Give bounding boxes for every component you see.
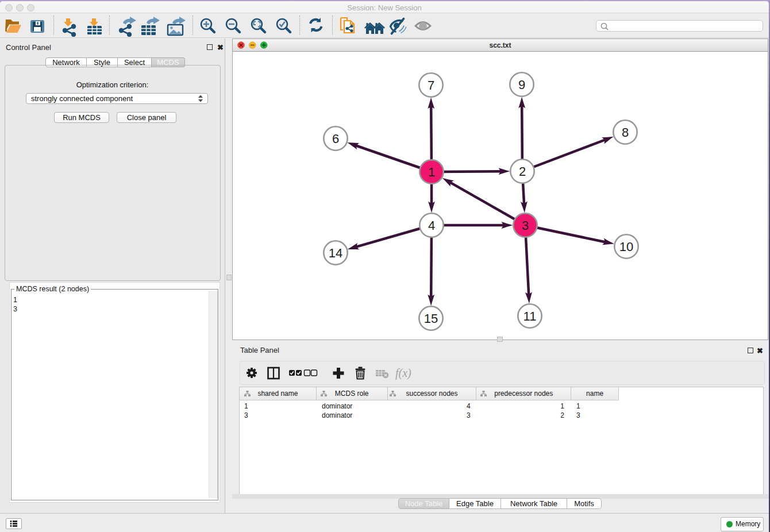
svg-text:4: 4 [428, 218, 435, 233]
svg-text:f(x): f(x) [395, 367, 411, 380]
svg-text:14: 14 [329, 246, 342, 260]
svg-text:10: 10 [619, 240, 633, 254]
svg-text:9: 9 [518, 78, 525, 92]
svg-text:1: 1 [428, 165, 435, 179]
svg-text:8: 8 [622, 125, 629, 140]
svg-text:15: 15 [424, 311, 438, 326]
svg-text:2: 2 [519, 164, 526, 179]
svg-text:6: 6 [332, 132, 339, 146]
svg-text:11: 11 [523, 309, 537, 323]
svg-text:7: 7 [428, 78, 434, 92]
svg-text:3: 3 [522, 218, 529, 233]
